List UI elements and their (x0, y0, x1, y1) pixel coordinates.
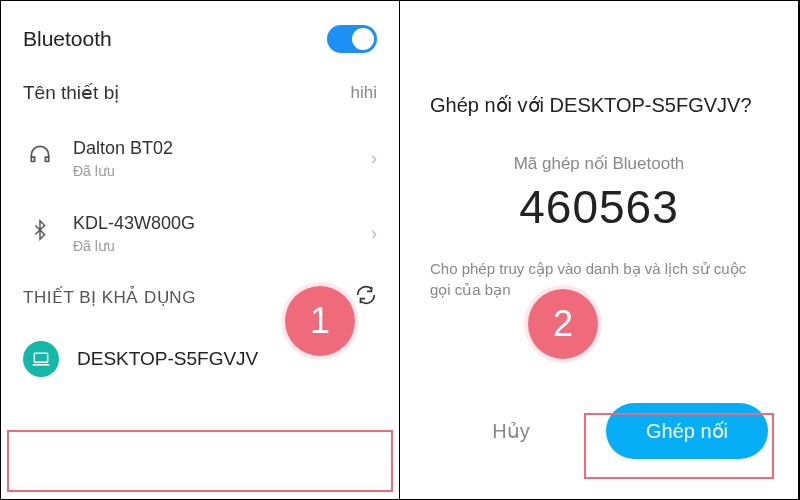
device-text: KDL-43W800G Đã lưu (73, 213, 371, 254)
bluetooth-toggle-row: Bluetooth (1, 15, 399, 63)
device-text: Dalton BT02 Đã lưu (73, 138, 371, 179)
device-name: Dalton BT02 (73, 138, 371, 159)
pairing-code: 460563 (430, 180, 768, 234)
laptop-icon (23, 341, 59, 377)
highlight-box (7, 430, 393, 492)
pair-button[interactable]: Ghép nối (606, 403, 768, 459)
bluetooth-settings-panel: Bluetooth Tên thiết bị hihi Dalton BT02 … (1, 1, 400, 499)
cancel-button[interactable]: Hủy (430, 403, 592, 459)
available-device-name: DESKTOP-S5FGVJV (77, 348, 258, 370)
chevron-right-icon: › (371, 223, 377, 244)
device-status: Đã lưu (73, 238, 371, 254)
step-badge-2: 2 (528, 289, 598, 359)
available-devices-label: THIẾT BỊ KHẢ DỤNG (23, 287, 196, 308)
device-name-value: hihi (351, 83, 377, 103)
saved-device-row[interactable]: Dalton BT02 Đã lưu › (1, 128, 399, 203)
pairing-code-label: Mã ghép nối Bluetooth (430, 153, 768, 174)
bluetooth-icon (23, 217, 57, 243)
pairing-dialog-panel: Ghép nối với DESKTOP-S5FGVJV? Mã ghép nố… (400, 1, 799, 499)
chevron-right-icon: › (371, 148, 377, 169)
dialog-buttons: Hủy Ghép nối (430, 403, 768, 459)
permission-text: Cho phép truy cập vào danh bạ và lịch sử… (430, 258, 768, 300)
bluetooth-label: Bluetooth (23, 27, 327, 51)
device-name-row[interactable]: Tên thiết bị hihi (1, 63, 399, 128)
dialog-title: Ghép nối với DESKTOP-S5FGVJV? (430, 93, 768, 117)
bluetooth-toggle[interactable] (327, 25, 377, 53)
refresh-icon[interactable] (355, 284, 377, 311)
step-badge-1: 1 (285, 286, 355, 356)
saved-device-row[interactable]: KDL-43W800G Đã lưu › (1, 203, 399, 278)
device-name-label: Tên thiết bị (23, 81, 351, 104)
svg-rect-0 (34, 353, 47, 362)
device-status: Đã lưu (73, 163, 371, 179)
headphones-icon (23, 142, 57, 168)
device-name: KDL-43W800G (73, 213, 371, 234)
dialog-content: Ghép nối với DESKTOP-S5FGVJV? Mã ghép nố… (400, 15, 798, 485)
